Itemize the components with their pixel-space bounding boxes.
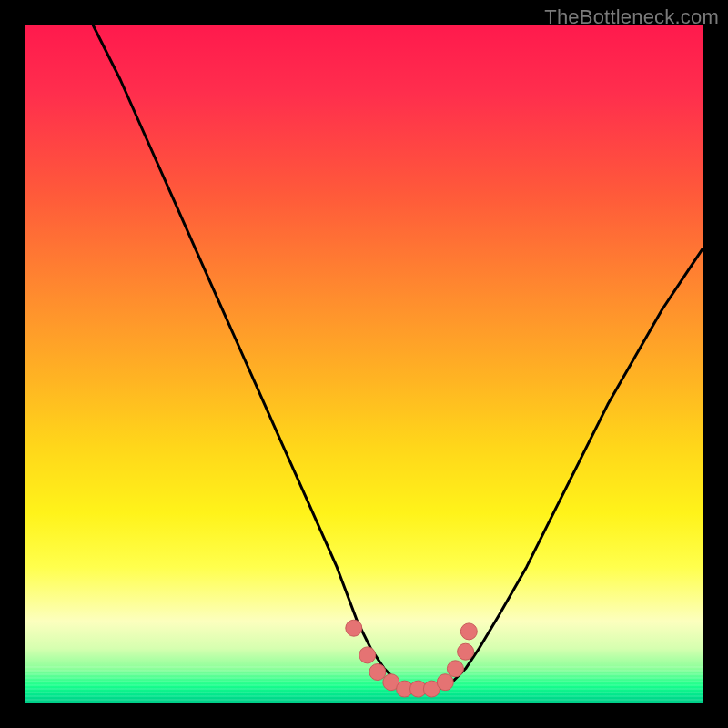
bottleneck-curve — [93, 25, 703, 689]
curve-layer — [25, 25, 703, 703]
plateau-marker — [437, 674, 453, 691]
plateau-marker — [359, 647, 376, 663]
plateau-marker — [460, 623, 477, 640]
plateau-marker — [447, 661, 463, 677]
plateau-marker — [458, 643, 474, 660]
plateau-marker — [346, 620, 362, 636]
watermark-text: TheBottleneck.com — [544, 5, 719, 29]
outer-frame: TheBottleneck.com — [0, 0, 728, 728]
plateau-marker — [369, 664, 386, 681]
plot-area — [25, 25, 703, 703]
